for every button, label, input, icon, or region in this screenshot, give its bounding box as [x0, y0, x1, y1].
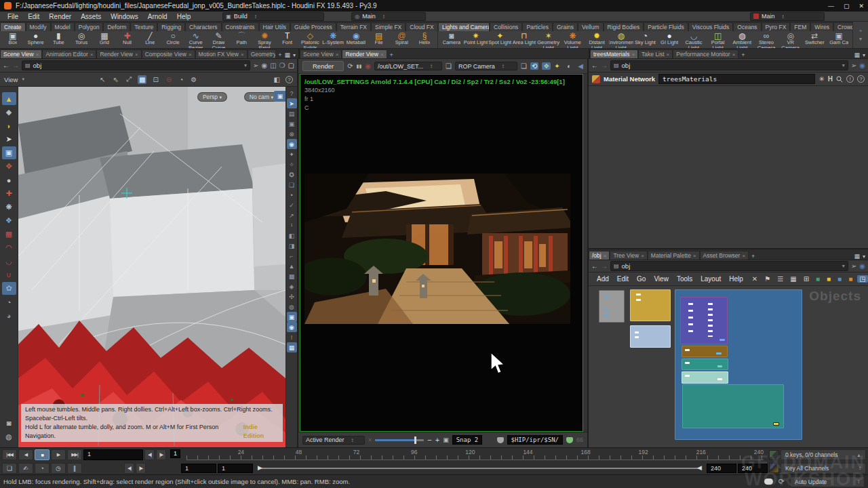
tab-close-icon[interactable]: × [693, 253, 696, 259]
network-toolbar-icon[interactable]: ◳ [857, 275, 867, 283]
pane-menu-caret[interactable]: ▾ [293, 52, 296, 58]
lights-icon[interactable]: ✦ [554, 62, 559, 70]
network-node-brown[interactable] [682, 346, 728, 357]
play-reverse-button[interactable]: ◀ [18, 449, 33, 460]
display-option-icon[interactable]: ❏ [287, 180, 297, 190]
display-option-icon[interactable]: ↗ [287, 210, 297, 220]
render-mode-selector[interactable]: Active Render ↕ [302, 436, 365, 445]
shelf-caret-icon[interactable]: ▾ [859, 36, 862, 42]
back-icon[interactable]: ← [3, 62, 9, 69]
tab-close-icon[interactable]: × [135, 52, 138, 58]
copy-camera-icon[interactable]: ❏ [521, 62, 527, 70]
close-button[interactable]: ✕ [859, 3, 864, 9]
tab-close-icon[interactable]: × [732, 52, 736, 58]
display-option-icon[interactable]: ◍ [287, 302, 297, 312]
radial-menu-icon[interactable]: ◉ [859, 262, 865, 270]
tab-close-icon[interactable]: × [641, 253, 644, 259]
shelf-tool[interactable]: ▦ Grid [93, 32, 116, 48]
pane-tab[interactable]: Composite View × [142, 49, 195, 58]
node-dot[interactable] [604, 314, 609, 317]
perspective-selector[interactable]: Persp ▾ [197, 92, 227, 102]
tab-close-icon[interactable]: × [604, 253, 607, 259]
node-dot[interactable] [685, 349, 690, 351]
path-field[interactable]: ▤ obj ▾ [610, 60, 848, 70]
pane-tab[interactable]: Geometry Spread... × [248, 49, 276, 58]
step-forward-button[interactable]: |▶ [156, 449, 166, 460]
node-dot[interactable] [716, 352, 722, 354]
playback-range-start-field[interactable]: 1 [218, 464, 253, 473]
new-tab-button[interactable]: + [751, 253, 755, 260]
shelf-tool[interactable]: ⌒ Path [230, 32, 253, 48]
display-option-icon[interactable]: ◧ [287, 230, 297, 241]
node-dot[interactable] [685, 362, 690, 364]
shelf-tab[interactable]: Collisions [490, 22, 522, 31]
shelf-tab[interactable]: Terrain FX [336, 22, 371, 31]
network-toolbar-icon[interactable]: ■ [846, 275, 854, 283]
path-field[interactable]: ▤ obj ▾ [610, 261, 848, 271]
tab-close-icon[interactable]: × [36, 52, 39, 58]
network-node-gray[interactable] [599, 290, 625, 323]
gallery-path-field[interactable]: $HIP/ipr/$SN/ [507, 435, 563, 445]
shelf-tool[interactable]: ▣ Box [1, 32, 24, 48]
pin-icon[interactable]: ➢ [851, 62, 856, 69]
tab-close-icon[interactable]: × [667, 52, 670, 58]
pane-tab[interactable]: Render View × [342, 49, 387, 58]
shelf-more-icon[interactable]: + [859, 28, 863, 34]
node-dot[interactable] [719, 339, 725, 341]
shelf-tab[interactable]: Guide Process [290, 22, 336, 31]
node-dot[interactable] [717, 378, 722, 380]
scene-toolbar-icon[interactable]: ⊖ [165, 75, 173, 84]
viewport-tool-icon[interactable]: ◠ [2, 241, 16, 254]
minimize-button[interactable]: — [828, 3, 834, 9]
node-dot[interactable] [636, 299, 641, 301]
shelf-tool[interactable]: ❋ L-System [321, 32, 344, 48]
pane-tab[interactable]: Animation Editor × [42, 49, 96, 58]
viewport-tool-icon[interactable]: ▲ [2, 92, 16, 105]
help-circle-icon[interactable]: ? [857, 75, 865, 83]
pane-tab[interactable]: Asset Browser × [700, 251, 749, 260]
spheres-display-icon[interactable]: ❍ [279, 62, 285, 69]
shelf-tab[interactable]: Texture [130, 22, 157, 31]
view-mode-caret[interactable]: ▾ [22, 77, 24, 82]
display-option-icon[interactable]: ? [287, 88, 297, 98]
back-icon[interactable]: ← [591, 62, 598, 69]
viewport-tool-icon[interactable]: ◡ [2, 255, 16, 268]
viewport-tool-icon[interactable]: ▣ [2, 146, 16, 159]
resolution-slider[interactable] [375, 439, 424, 441]
shelf-tool[interactable]: ⊓ Area Light [512, 32, 536, 48]
shelf-tab[interactable]: Oceans [733, 22, 761, 31]
pane-tab[interactable]: Take List × [638, 49, 673, 58]
shelf-tab[interactable]: Wires [810, 22, 833, 31]
viewport-tool-icon[interactable]: ● [2, 174, 16, 186]
viewport-tool-icon[interactable]: ◕ [2, 309, 16, 322]
network-node-paleteal[interactable] [682, 371, 728, 384]
shelf-tab[interactable]: Particles [522, 22, 553, 31]
network-menu-item[interactable]: Help [725, 275, 747, 283]
cook-refresh-icon[interactable]: ⟳ [778, 477, 785, 486]
viewport-tool-icon[interactable]: ➤ [2, 133, 16, 146]
key-all-channels-selector[interactable]: Key All Channels ↕ [781, 463, 866, 474]
display-option-icon[interactable]: ▣ [287, 312, 297, 322]
shelf-tool[interactable]: ◇ Platonic Solids [299, 32, 322, 48]
viewport-tool-icon[interactable]: ◆ [2, 106, 16, 119]
playbar-option-icon[interactable]: ∥ [67, 463, 82, 474]
clear-icon[interactable]: × [368, 436, 372, 443]
preview-toggle-icon[interactable]: ⟲ [530, 62, 538, 70]
cube-display-icon[interactable]: ◫ [270, 62, 276, 69]
pane-tab[interactable]: Performance Monitor × [673, 49, 738, 58]
shelf-tab[interactable]: Grains [553, 22, 578, 31]
magnify-icon[interactable] [564, 63, 564, 70]
network-menu-item[interactable]: Tools [673, 275, 696, 283]
scene-toolbar-icon[interactable]: ◔ [178, 75, 184, 84]
network-toolbar-icon[interactable]: ⚑ [762, 275, 772, 283]
desktop-selector[interactable]: ▣ Build ↕ [222, 12, 324, 21]
stop-button[interactable]: ■ [35, 449, 50, 460]
tab-close-icon[interactable]: × [90, 52, 94, 58]
viewport-tool-icon[interactable]: ◔ [2, 296, 16, 308]
square-display-icon[interactable]: ▢ [288, 62, 294, 69]
pane-tab[interactable]: Render View × [96, 49, 141, 58]
network-toolbar-icon[interactable]: ✕ [750, 275, 760, 283]
node-dot[interactable] [717, 365, 722, 367]
network-path-field[interactable]: treesMaterials [658, 74, 815, 84]
info-circle-icon[interactable]: ! [846, 75, 854, 83]
